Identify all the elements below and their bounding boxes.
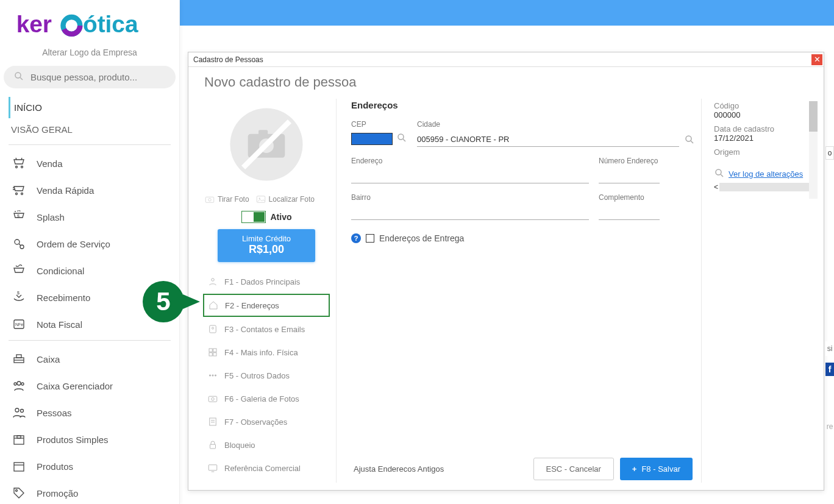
- nav-caixa[interactable]: Caixa: [9, 346, 171, 372]
- ativo-label: Ativo: [271, 212, 292, 222]
- search-input[interactable]: [30, 72, 166, 82]
- svg-rect-24: [14, 436, 24, 444]
- cep-search-icon[interactable]: [396, 132, 407, 145]
- save-label: F8 - Salvar: [641, 464, 680, 474]
- form-panel: Endereços CEP Cidade: [336, 99, 702, 483]
- endereco-input[interactable]: [351, 169, 589, 183]
- value: R$1,00: [218, 243, 315, 256]
- tab-f7-observacoes[interactable]: F7 - Observações: [203, 411, 330, 433]
- peek-letter: re: [825, 421, 834, 433]
- tab-f3-contatos[interactable]: F3 - Contatos e Emails: [203, 318, 330, 340]
- limite-credito-button[interactable]: Limite Crédito R$1,00: [218, 229, 315, 262]
- cidade-input[interactable]: [417, 132, 679, 147]
- nav-pessoas[interactable]: Pessoas: [9, 399, 171, 426]
- tab-f2-enderecos[interactable]: F2 - Endereços: [203, 294, 330, 317]
- cidade-search-icon[interactable]: [684, 134, 695, 147]
- svg-line-5: [20, 77, 23, 80]
- global-search[interactable]: [4, 66, 176, 88]
- svg-rect-58: [208, 465, 217, 470]
- grid-icon: [207, 347, 218, 358]
- wrench-icon: [11, 236, 27, 252]
- brand-logo: ker ótica: [0, 5, 179, 43]
- codigo-label: Código: [714, 101, 815, 110]
- modal-header-title: Cadastro de Pessoas: [193, 55, 263, 64]
- svg-point-9: [21, 193, 23, 195]
- search-icon: [13, 71, 30, 83]
- scroll-left-icon[interactable]: <: [714, 183, 718, 191]
- help-icon[interactable]: ?: [351, 233, 361, 243]
- tab-f5-outros[interactable]: F5 - Outros Dados: [203, 364, 330, 386]
- svg-point-42: [212, 279, 215, 282]
- svg-point-41: [258, 197, 260, 199]
- bairro-input[interactable]: [351, 205, 589, 220]
- tab-referencia[interactable]: Referência Comercial: [203, 457, 330, 479]
- nav-visao-geral: VISÃO GERAL: [9, 118, 171, 142]
- image-icon: [255, 194, 266, 205]
- nav-caixa-gerenciador[interactable]: Caixa Gerenciador: [9, 372, 171, 399]
- nav-venda[interactable]: Venda: [9, 150, 171, 177]
- svg-point-51: [215, 375, 216, 376]
- nav-label: INÍCIO: [14, 102, 42, 113]
- ajusta-enderecos-link[interactable]: Ajusta Enderecos Antigos: [354, 464, 444, 474]
- nav-promocao[interactable]: Promoção: [9, 480, 171, 504]
- svg-rect-45: [209, 349, 212, 352]
- facebook-icon[interactable]: f: [825, 363, 834, 376]
- nav-splash[interactable]: $ Splash: [9, 204, 171, 230]
- save-button[interactable]: + F8 - Salvar: [620, 458, 693, 480]
- numero-input[interactable]: [599, 169, 660, 183]
- svg-line-61: [403, 139, 405, 141]
- localizar-foto-button[interactable]: Localizar Foto: [255, 194, 315, 205]
- svg-point-44: [212, 327, 214, 329]
- entrega-row: ? Endereços de Entrega: [351, 230, 695, 243]
- label: Limite Crédito: [218, 234, 315, 243]
- cancel-button[interactable]: ESC - Cancelar: [533, 458, 614, 480]
- endereco-label: Endereço: [351, 157, 589, 165]
- nav-produtos-simples[interactable]: Produtos Simples: [9, 426, 171, 453]
- svg-rect-48: [213, 353, 216, 356]
- nav-label: Splash: [37, 212, 65, 222]
- vertical-scrollbar[interactable]: [809, 101, 818, 199]
- entrega-checkbox[interactable]: [366, 234, 374, 243]
- nav-label: Nota Fiscal: [37, 319, 82, 330]
- svg-point-6: [16, 166, 18, 168]
- svg-text:5: 5: [156, 287, 170, 316]
- tab-label: Bloqueio: [224, 441, 255, 450]
- tab-label: F1 - Dados Principais: [224, 277, 300, 286]
- ver-log-link[interactable]: Ver log de alterações: [729, 169, 803, 179]
- logo-subtitle[interactable]: Alterar Logo da Empresa: [0, 43, 179, 66]
- modal-title: Novo cadastro de pessoa: [188, 67, 824, 99]
- nav-ordem-servico[interactable]: Ordem de Serviço: [9, 230, 171, 257]
- svg-point-11: [15, 240, 20, 244]
- complemento-input[interactable]: [599, 205, 660, 220]
- ativo-toggle[interactable]: [241, 211, 266, 223]
- cep-input[interactable]: [351, 133, 393, 145]
- svg-point-39: [208, 199, 212, 202]
- tab-label: Referência Comercial: [224, 464, 301, 473]
- tab-label: F3 - Contatos e Emails: [224, 325, 305, 334]
- nav-produtos[interactable]: Produtos: [9, 453, 171, 480]
- svg-line-63: [691, 141, 693, 143]
- tirar-foto-button[interactable]: Tirar Foto: [204, 194, 249, 205]
- tab-f1-dados[interactable]: F1 - Dados Principais: [203, 271, 330, 293]
- nav-venda-rapida[interactable]: Venda Rápida: [9, 177, 171, 204]
- svg-rect-52: [208, 396, 217, 402]
- codigo-value: 000000: [714, 110, 815, 124]
- box-icon: [11, 458, 27, 474]
- contact-icon: [207, 324, 218, 335]
- field-cep: CEP: [351, 120, 407, 147]
- tab-bloqueio[interactable]: Bloqueio: [203, 434, 330, 456]
- svg-point-53: [212, 398, 215, 401]
- svg-point-29: [16, 490, 18, 492]
- svg-point-49: [209, 375, 210, 376]
- modal-header: Cadastro de Pessoas ✕: [188, 52, 824, 67]
- nfe-icon: NFe: [11, 316, 27, 332]
- tab-f6-galeria[interactable]: F6 - Galeria de Fotos: [203, 388, 330, 410]
- nav-inicio[interactable]: INÍCIO: [9, 97, 171, 118]
- close-button[interactable]: ✕: [811, 54, 822, 65]
- svg-rect-26: [17, 436, 21, 438]
- nav-label: Caixa Gerenciador: [37, 381, 113, 391]
- complemento-label: Complemento: [599, 193, 660, 202]
- horizontal-scrollbar[interactable]: < >: [714, 183, 815, 191]
- svg-rect-57: [210, 444, 216, 449]
- tab-f4-mais-info[interactable]: F4 - Mais info. Física: [203, 341, 330, 363]
